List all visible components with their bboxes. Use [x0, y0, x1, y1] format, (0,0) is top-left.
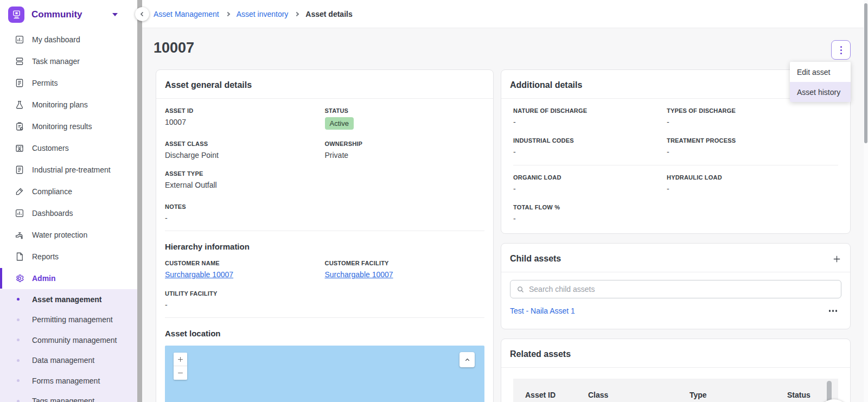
customer-facility-link[interactable]: Surchargable 10007: [325, 270, 393, 279]
sidebar-item-monitoring-plans[interactable]: Monitoring plans: [0, 94, 137, 116]
sidebar-subitem-forms-management[interactable]: Forms management: [0, 371, 137, 391]
field-industrial-codes: INDUSTRIAL CODES -: [513, 137, 667, 156]
sidebar-item-monitoring-results[interactable]: Monitoring results: [0, 116, 137, 137]
menu-item-asset-history[interactable]: Asset history: [790, 82, 851, 102]
sidebar-subitem-label: Asset management: [32, 295, 101, 304]
field-hydraulic-load: HYDRAULIC LOAD -: [667, 174, 838, 193]
sidebar-item-water-protection[interactable]: Water protection: [0, 224, 137, 246]
field-label: ORGANIC LOAD: [513, 174, 667, 181]
sidebar-item-admin[interactable]: Admin: [0, 267, 137, 289]
asset-actions-kebab-button[interactable]: [831, 40, 851, 60]
app-root: Community My dashboard Task manager Perm…: [0, 0, 868, 402]
field-label: INDUSTRIAL CODES: [513, 137, 667, 144]
ellipsis-menu-icon[interactable]: [828, 308, 839, 314]
breadcrumb-link-asset-inventory[interactable]: Asset inventory: [237, 10, 289, 18]
field-types-of-discharge: TYPES OF DISCHARGE -: [667, 107, 838, 126]
sidebar-subitem-community-management[interactable]: Community management: [0, 330, 137, 350]
map-collapse-button[interactable]: [459, 352, 475, 367]
page-title: 10007: [154, 40, 194, 56]
admin-submenu: Asset management Permitting management C…: [0, 289, 137, 402]
field-asset-type: ASSET TYPE External Outfall: [165, 170, 325, 189]
child-assets-card: Child assets Test - Naila Asset 1: [501, 243, 851, 329]
map-zoom-in-button[interactable]: [174, 353, 187, 366]
divider: [165, 231, 484, 231]
report-icon: [15, 252, 24, 261]
table-scrollbar[interactable]: [827, 381, 832, 402]
map-zoom-controls: [174, 353, 187, 380]
sidebar-item-label: Customers: [32, 144, 69, 152]
gear-icon: [15, 273, 24, 283]
field-label: ASSET TYPE: [165, 170, 325, 177]
breadcrumb-bar: Asset Management Asset inventory Asset d…: [142, 0, 864, 28]
field-nature-of-discharge: NATURE OF DISCHARGE -: [513, 107, 667, 126]
sidebar-item-my-dashboard[interactable]: My dashboard: [0, 29, 137, 50]
asset-location-map[interactable]: [165, 346, 484, 402]
child-assets-search-input[interactable]: [529, 285, 835, 293]
field-label: NOTES: [165, 203, 484, 210]
field-value: -: [667, 184, 838, 193]
card-body: ASSET ID 10007 STATUS Active ASSET CLASS…: [156, 99, 493, 402]
field-value: -: [667, 148, 838, 156]
child-asset-link[interactable]: Test - Naila Asset 1: [510, 307, 575, 315]
sidebar-item-reports[interactable]: Reports: [0, 246, 137, 267]
sidebar-subitem-tags-management[interactable]: Tags management: [0, 391, 137, 402]
field-value: -: [513, 148, 667, 156]
clipboard-plus-icon: [15, 122, 24, 131]
sidebar-item-task-manager[interactable]: Task manager: [0, 50, 137, 72]
asset-general-details-card: Asset general details ASSET ID 10007 STA…: [156, 69, 494, 402]
divider: [165, 317, 484, 318]
sidebar-collapse-button[interactable]: [135, 7, 149, 21]
menu-item-edit-asset[interactable]: Edit asset: [790, 62, 851, 82]
sidebar-item-dashboards[interactable]: Dashboards: [0, 202, 137, 224]
breadcrumb-link-asset-management[interactable]: Asset Management: [154, 10, 219, 18]
sidebar-item-label: My dashboard: [32, 35, 80, 44]
field-label: CUSTOMER FACILITY: [325, 260, 485, 266]
add-child-asset-button[interactable]: [832, 254, 841, 264]
sidebar-item-label: Industrial pre-treatment: [32, 165, 111, 174]
sidebar-subitem-asset-management[interactable]: Asset management: [0, 289, 137, 310]
card-header: Asset general details: [156, 70, 493, 99]
column-header-class: Class: [588, 391, 690, 399]
field-value: -: [513, 214, 667, 223]
field-label: ASSET CLASS: [165, 141, 325, 147]
card-title: Related assets: [510, 349, 571, 359]
field-status: STATUS Active: [325, 107, 485, 130]
sidebar-subitem-label: Community management: [32, 336, 117, 344]
sidebar-subitem-label: Data management: [32, 356, 94, 365]
sidebar-item-permits[interactable]: Permits: [0, 72, 137, 94]
sidebar-nav: My dashboard Task manager Permits Monito…: [0, 29, 137, 402]
bullet-icon: [17, 298, 20, 301]
card-body: Asset ID Class Type Status: [501, 368, 850, 402]
customer-name-link[interactable]: Surchargable 10007: [165, 270, 233, 279]
field-label: HYDRAULIC LOAD: [667, 174, 838, 181]
field-ownership: OWNERSHIP Private: [325, 141, 485, 159]
field-label: TOTAL FLOW %: [513, 204, 667, 210]
card-body: Test - Naila Asset 1: [501, 272, 850, 323]
field-label: OWNERSHIP: [325, 141, 485, 147]
field-value: Discharge Point: [165, 151, 325, 159]
sidebar-item-label: Water protection: [32, 231, 87, 239]
breadcrumb-current: Asset details: [305, 10, 352, 18]
sidebar-item-label: Compliance: [32, 187, 72, 196]
sidebar-subitem-data-management[interactable]: Data management: [0, 350, 137, 371]
sidebar-subitem-label: Tags management: [32, 397, 94, 402]
card-header: Related assets: [501, 339, 850, 368]
sidebar-item-customers[interactable]: Customers: [0, 137, 137, 159]
sidebar-item-industrial-pre-treatment[interactable]: Industrial pre-treatment: [0, 159, 137, 181]
card-body: NATURE OF DISCHARGE - TYPES OF DISCHARGE…: [501, 99, 850, 232]
sidebar-item-label: Dashboards: [32, 209, 73, 218]
brand-switcher[interactable]: Community: [0, 0, 137, 29]
column-header-asset-id: Asset ID: [525, 391, 588, 399]
child-assets-search: [510, 280, 841, 298]
field-customer-name: CUSTOMER NAME Surchargable 10007: [165, 260, 325, 279]
page-scrollbar-thumb[interactable]: [864, 3, 867, 143]
sidebar-subitem-permitting-management[interactable]: Permitting management: [0, 310, 137, 330]
field-asset-class: ASSET CLASS Discharge Point: [165, 141, 325, 159]
field-total-flow: TOTAL FLOW % -: [513, 204, 667, 223]
sidebar-item-label: Reports: [32, 252, 59, 261]
sidebar-scrollbar[interactable]: [137, 0, 142, 402]
sidebar-item-compliance[interactable]: Compliance: [0, 181, 137, 202]
field-label: STATUS: [325, 107, 485, 114]
map-zoom-out-button[interactable]: [174, 366, 187, 380]
field-treatment-process: TREATMENT PROCESS -: [667, 137, 838, 156]
